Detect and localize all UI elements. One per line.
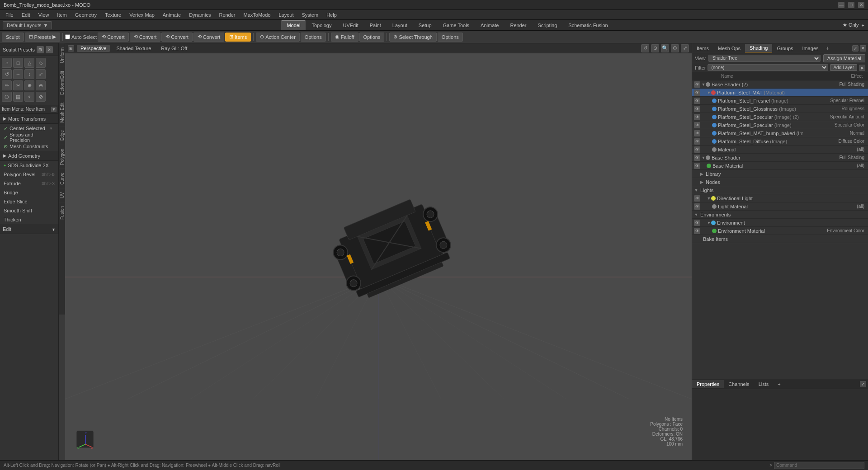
options-btn-1[interactable]: Options <box>301 33 326 42</box>
presets-button[interactable]: ⊞ Presets ▶ <box>25 33 60 42</box>
paint-select-icon[interactable]: ◇ <box>36 58 46 68</box>
vtab-polygon[interactable]: Polygon <box>59 145 65 169</box>
main-tab-schematic-fusion[interactable]: Schematic Fusion <box>563 20 613 30</box>
main-tab-uvedit[interactable]: UVEdit <box>337 20 363 30</box>
main-tab-animate[interactable]: Animate <box>475 20 504 30</box>
rotate-icon[interactable]: ↺ <box>2 69 12 79</box>
right-tab-add[interactable]: + <box>823 43 832 53</box>
main-tab-game-tools[interactable]: Game Tools <box>438 20 475 30</box>
options-btn-2[interactable]: Options <box>359 33 385 42</box>
shader-material[interactable]: 👁 Material (all) <box>692 146 868 154</box>
thicken-item[interactable]: Thicken <box>0 215 58 224</box>
main-tab-paint[interactable]: Paint <box>364 20 387 30</box>
shader-light-material[interactable]: 👁 Light Material (all) <box>692 202 868 211</box>
toggle-13[interactable]: ▼ <box>694 188 698 193</box>
menu-texture[interactable]: Texture <box>101 11 125 19</box>
shader-base-material[interactable]: 👁 Base Material (all) <box>692 162 868 170</box>
right-panel-expand-icon[interactable]: ⤢ <box>852 45 859 52</box>
main-tab-scripting[interactable]: Scripting <box>533 20 563 30</box>
shader-tree[interactable]: 👁 ▼ Base Shader (2) Full Shading 👁 ▼ Pla… <box>692 80 868 379</box>
transform-icon[interactable]: ⤢ <box>36 69 46 79</box>
convert-btn-2[interactable]: ⟲ Convert <box>130 33 161 42</box>
eye-icon-3[interactable]: 👁 <box>694 106 700 112</box>
tab-images[interactable]: Images <box>798 44 823 52</box>
menu-system[interactable]: System <box>298 11 322 19</box>
edge-slice-item[interactable]: Edge Slice <box>0 197 58 206</box>
eye-icon-15[interactable]: 👁 <box>694 203 700 210</box>
filter-select[interactable]: (none) <box>708 64 828 71</box>
menu-edit[interactable]: Edit <box>18 11 34 19</box>
options-btn-3[interactable]: Options <box>438 33 463 42</box>
perspective-tab[interactable]: Perspective <box>77 45 110 52</box>
convert-btn-4[interactable]: ⟲ Convert <box>193 33 225 42</box>
shader-bump[interactable]: 👁 Platform_Steel_MAT_bump_baked (Image) … <box>692 129 868 137</box>
tab-items[interactable]: Items <box>692 44 713 52</box>
sds-subdivide-item[interactable]: ● SDS Subdivide 2X <box>0 161 58 170</box>
toggle-0[interactable]: ▼ <box>701 82 706 87</box>
channels-tab[interactable]: Channels <box>724 380 754 388</box>
menu-layout[interactable]: Layout <box>275 11 297 19</box>
main-tab-render[interactable]: Render <box>505 20 532 30</box>
hex-icon[interactable]: ⬡ <box>2 92 12 102</box>
auto-select-check[interactable]: Auto Select <box>65 34 97 40</box>
draw-icon[interactable]: ✏ <box>2 80 12 90</box>
select-through-button[interactable]: ⊗ Select Through <box>389 33 436 42</box>
eye-icon-8[interactable]: 👁 <box>694 146 700 153</box>
shader-base-shader-2[interactable]: 👁 ▼ Base Shader (2) Full Shading <box>692 80 868 89</box>
scale-icon[interactable]: ↕ <box>24 69 34 79</box>
toggle-9[interactable]: ▼ <box>701 155 706 160</box>
add-geometry-header[interactable]: ▶ Add Geometry <box>0 151 58 161</box>
properties-tab[interactable]: Properties <box>692 380 724 388</box>
shader-env-material[interactable]: 👁 Environment Material Environment Color <box>692 227 868 235</box>
edit-header[interactable]: Edit ▼ <box>0 224 58 234</box>
remove-icon[interactable]: ⊖ <box>36 80 46 90</box>
shader-diffuse[interactable]: 👁 Platform_Steel_Diffuse (Image) Diffuse… <box>692 137 868 146</box>
lists-tab[interactable]: Lists <box>754 380 774 388</box>
assign-material-button[interactable]: Assign Material <box>823 54 865 62</box>
smooth-shift-item[interactable]: Smooth Shift <box>0 206 58 215</box>
more-transforms-header[interactable]: ▶ More Transforms <box>0 114 58 124</box>
eye-icon-10[interactable]: 👁 <box>694 163 700 169</box>
menu-vertex-map[interactable]: Vertex Map <box>126 11 158 19</box>
main-tab-model[interactable]: Model <box>281 20 306 30</box>
right-panel-close-icon[interactable]: ✕ <box>860 45 866 52</box>
add-layer-button[interactable]: Add Layer <box>830 64 857 71</box>
ray-gl-tab[interactable]: Ray GL: Off <box>157 45 191 52</box>
vtab-uniform[interactable]: Uniform <box>59 43 65 67</box>
menu-help[interactable]: Help <box>323 11 340 19</box>
move-icon[interactable]: ↔ <box>13 69 23 79</box>
menu-render[interactable]: Render <box>215 11 239 19</box>
eye-icon-1[interactable]: 👁 <box>694 89 700 96</box>
toggle-1[interactable]: ▼ <box>707 90 711 95</box>
shaded-texture-tab[interactable]: Shaded Texture <box>113 45 155 52</box>
items-button[interactable]: ⊞ Items <box>225 33 251 42</box>
shader-dir-light[interactable]: 👁 ▼ Directional Light <box>692 194 868 202</box>
shader-lights[interactable]: ▼ Lights <box>692 186 868 194</box>
vp-ctrl-1[interactable]: ↺ <box>641 44 649 52</box>
shader-nodes[interactable]: ▶ Nodes <box>692 178 868 186</box>
vtab-deform[interactable]: Deform/Edit <box>59 67 65 99</box>
sculpt-button[interactable]: Sculpt <box>2 33 24 42</box>
eye-icon-9[interactable]: 👁 <box>694 155 700 161</box>
target-icon[interactable]: ⌖ <box>24 92 34 102</box>
vtab-mesh-edit[interactable]: Mesh Edit <box>59 99 65 126</box>
main-tab-setup[interactable]: Setup <box>413 20 437 30</box>
menu-dynamics[interactable]: Dynamics <box>185 11 214 19</box>
mesh-constraints-item[interactable]: ⊙ Mesh Constraints <box>0 142 58 151</box>
shader-library[interactable]: ▶ Library <box>692 170 868 178</box>
vtab-fusion[interactable]: Fusion <box>59 202 65 223</box>
shader-platform-steel-mat[interactable]: 👁 ▼ Platform_Steel_MAT (Material) <box>692 89 868 97</box>
snaps-precision-item[interactable]: ✓ Snaps and Precision <box>0 133 58 142</box>
eye-icon-5[interactable]: 👁 <box>694 122 700 128</box>
menu-animate[interactable]: Animate <box>159 11 184 19</box>
minimize-button[interactable]: — <box>838 2 844 8</box>
eye-icon-4[interactable]: 👁 <box>694 114 700 120</box>
menu-file[interactable]: File <box>2 11 17 19</box>
main-tab-layout[interactable]: Layout <box>387 20 413 30</box>
cut-icon[interactable]: ✂ <box>13 80 23 90</box>
eye-icon-17[interactable]: 👁 <box>694 220 700 226</box>
shader-fresnel[interactable]: 👁 Platform_Steel_Fresnel (Image) Specula… <box>692 97 868 105</box>
close-button[interactable]: ✕ <box>858 2 864 8</box>
layout-selector[interactable]: Default Layouts ▼ <box>3 21 52 29</box>
tab-shading[interactable]: Shading <box>745 44 772 52</box>
